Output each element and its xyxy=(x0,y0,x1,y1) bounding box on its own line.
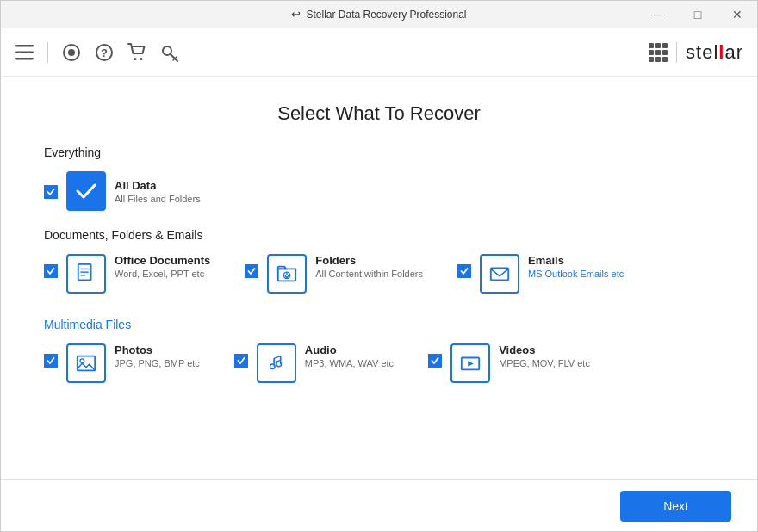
audio-item: Audio MP3, WMA, WAV etc xyxy=(234,343,394,383)
multimedia-section-title: Multimedia Files xyxy=(44,318,714,331)
svg-point-4 xyxy=(68,49,75,56)
svg-point-8 xyxy=(140,58,143,60)
menu-icon[interactable] xyxy=(15,45,34,60)
page-title: Select What To Recover xyxy=(44,102,714,125)
audio-checkbox[interactable] xyxy=(234,354,248,368)
emails-desc: MS Outlook Emails etc xyxy=(528,269,624,279)
logo-divider xyxy=(676,42,677,63)
photos-checkbox[interactable] xyxy=(44,354,58,368)
toolbar: ? stellar xyxy=(1,28,757,77)
videos-name: Videos xyxy=(499,343,590,356)
multimedia-section: Multimedia Files Photos JPG, PNG, BMP et… xyxy=(44,318,714,383)
restore-button[interactable]: □ xyxy=(678,1,718,28)
office-docs-info: Office Documents Word, Excel, PPT etc xyxy=(115,254,210,279)
folders-name: Folders xyxy=(315,254,423,267)
everything-section: Everything All Data All Files and Folder… xyxy=(44,145,714,211)
svg-rect-2 xyxy=(15,58,34,60)
emails-name: Emails xyxy=(528,254,624,267)
help-icon[interactable]: ? xyxy=(95,43,114,62)
emails-info: Emails MS Outlook Emails etc xyxy=(528,254,624,279)
stellar-grid-icon xyxy=(649,43,668,62)
toolbar-divider xyxy=(47,42,48,63)
title-bar: ↩ Stellar Data Recovery Professional ─ □… xyxy=(1,1,757,28)
title-bar-controls: ─ □ ✕ xyxy=(638,1,757,28)
minimize-button[interactable]: ─ xyxy=(638,1,678,28)
photos-info: Photos JPG, PNG, BMP etc xyxy=(115,343,200,368)
folders-checkbox[interactable] xyxy=(245,264,258,278)
audio-icon-box xyxy=(257,343,296,383)
emails-icon-box xyxy=(480,254,519,294)
emails-item: Emails MS Outlook Emails etc xyxy=(457,254,624,294)
videos-info: Videos MPEG, MOV, FLV etc xyxy=(499,343,590,368)
office-docs-item: Office Documents Word, Excel, PPT etc xyxy=(44,254,210,294)
svg-point-18 xyxy=(80,359,84,363)
all-data-desc: All Files and Folders xyxy=(115,194,201,204)
next-button[interactable]: Next xyxy=(620,491,731,522)
all-data-big-checkbox[interactable] xyxy=(66,171,106,211)
folders-item: Folders All Content within Folders xyxy=(245,254,423,294)
folders-desc: All Content within Folders xyxy=(315,269,423,279)
cart-icon[interactable] xyxy=(127,43,146,62)
svg-rect-0 xyxy=(15,45,34,47)
app-title: Stellar Data Recovery Professional xyxy=(306,9,466,21)
all-data-info: All Data All Files and Folders xyxy=(115,179,201,204)
audio-desc: MP3, WMA, WAV etc xyxy=(305,358,394,368)
toolbar-left: ? xyxy=(15,42,179,63)
photos-icon-box xyxy=(66,343,106,383)
stellar-logo-text: stellar xyxy=(686,41,743,64)
documents-section: Documents, Folders & Emails Office Docum xyxy=(44,228,714,294)
toolbar-right: stellar xyxy=(649,41,743,64)
all-data-small-checkbox[interactable] xyxy=(44,185,58,199)
title-back-icon: ↩ xyxy=(291,8,301,21)
videos-icon-box xyxy=(450,343,490,383)
office-docs-checkbox[interactable] xyxy=(44,264,58,278)
office-docs-name: Office Documents xyxy=(115,254,210,267)
office-docs-desc: Word, Excel, PPT etc xyxy=(115,269,210,279)
emails-checkbox[interactable] xyxy=(457,264,471,278)
folders-info: Folders All Content within Folders xyxy=(315,254,423,279)
history-icon[interactable] xyxy=(62,43,81,62)
svg-point-7 xyxy=(134,58,137,60)
photos-desc: JPG, PNG, BMP etc xyxy=(115,358,200,368)
svg-rect-16 xyxy=(491,269,508,281)
key-icon[interactable] xyxy=(160,43,179,62)
videos-item: Videos MPEG, MOV, FLV etc xyxy=(428,343,590,383)
svg-text:?: ? xyxy=(101,46,108,59)
all-data-name: All Data xyxy=(115,179,201,192)
everything-section-title: Everything xyxy=(44,145,714,159)
documents-section-title: Documents, Folders & Emails xyxy=(44,228,714,242)
office-docs-icon-box xyxy=(66,254,106,294)
close-button[interactable]: ✕ xyxy=(718,1,757,28)
videos-checkbox[interactable] xyxy=(428,354,442,368)
bottom-bar: Next xyxy=(1,479,757,531)
folders-icon-box xyxy=(267,254,307,294)
svg-rect-1 xyxy=(15,51,34,53)
everything-item: All Data All Files and Folders xyxy=(44,171,714,211)
svg-marker-24 xyxy=(468,361,474,367)
main-content: Select What To Recover Everything All Da… xyxy=(1,77,757,481)
photos-name: Photos xyxy=(115,343,200,356)
audio-info: Audio MP3, WMA, WAV etc xyxy=(305,343,394,368)
audio-name: Audio xyxy=(305,343,394,356)
documents-items-row: Office Documents Word, Excel, PPT etc xyxy=(44,254,714,294)
multimedia-items-row: Photos JPG, PNG, BMP etc xyxy=(44,343,714,383)
videos-desc: MPEG, MOV, FLV etc xyxy=(499,358,590,368)
photos-item: Photos JPG, PNG, BMP etc xyxy=(44,343,200,383)
title-bar-text: ↩ Stellar Data Recovery Professional xyxy=(291,8,466,21)
